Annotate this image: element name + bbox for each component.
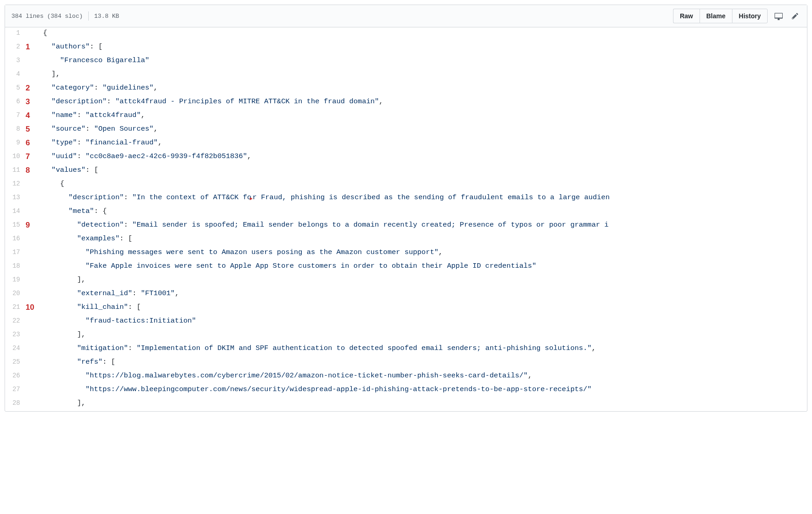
annotation-number: 6 [26, 137, 41, 151]
code-content[interactable]: "uuid": "cc0c8ae9-aec2-42c6-9939-f4f82b0… [41, 151, 807, 164]
line-number[interactable]: 19 [5, 274, 26, 288]
annotation-number [26, 274, 41, 288]
code-line: 26 "https://blog.malwarebytes.com/cyberc… [5, 370, 807, 384]
code-token: "kill_chain" [77, 303, 128, 311]
line-number[interactable]: 16 [5, 233, 26, 247]
code-content[interactable]: "https://www.bleepingcomputer.com/news/s… [41, 384, 807, 397]
code-content[interactable]: "kill_chain": [ [41, 302, 807, 315]
line-number[interactable]: 27 [5, 384, 26, 397]
code-token: : [ [119, 234, 132, 243]
line-number[interactable]: 26 [5, 370, 26, 384]
code-line: 24 "mitigation": "Implementation of DKIM… [5, 343, 807, 356]
code-content[interactable]: "category": "guidelines", [41, 82, 807, 96]
line-number[interactable]: 18 [5, 260, 26, 274]
desktop-icon[interactable] [772, 10, 785, 22]
code-token: "attck4fraud - Principles of MITRE ATT&C… [115, 97, 379, 106]
line-number[interactable]: 12 [5, 178, 26, 192]
code-token: ], [52, 70, 60, 78]
code-token: "Implementation of DKIM and SPF authenti… [137, 344, 592, 352]
line-number[interactable]: 8 [5, 123, 26, 137]
code-content[interactable]: "description": "attck4fraud - Principles… [41, 96, 807, 110]
line-number[interactable]: 20 [5, 288, 26, 302]
code-line: 22 "fraud-tactics:Initiation" [5, 315, 807, 329]
line-number[interactable]: 3 [5, 55, 26, 69]
code-token: : [85, 125, 94, 133]
code-content[interactable]: ], [41, 274, 807, 288]
lines-count: 384 lines (384 sloc) [11, 13, 83, 20]
code-token: , [438, 248, 443, 256]
line-number[interactable]: 5 [5, 82, 26, 96]
code-content[interactable]: "meta": { [41, 206, 807, 219]
code-content[interactable]: "source": "Open Sources", [41, 123, 807, 137]
line-number[interactable]: 17 [5, 247, 26, 260]
annotation-number [26, 370, 41, 384]
code-line: 13 "description": "In the context of ATT… [5, 192, 807, 206]
line-number[interactable]: 11 [5, 164, 26, 178]
pencil-icon[interactable] [790, 11, 801, 21]
annotation-number [26, 27, 41, 41]
line-number[interactable]: 6 [5, 96, 26, 110]
annotation-number: 3 [26, 96, 41, 110]
annotation-number [26, 178, 41, 192]
code-line: 12 { [5, 178, 807, 192]
line-number[interactable]: 9 [5, 137, 26, 151]
code-token: "refs" [77, 358, 102, 366]
code-content[interactable]: "fraud-tactics:Initiation" [41, 315, 807, 329]
code-content[interactable]: ], [41, 69, 807, 82]
code-content[interactable]: "https://blog.malwarebytes.com/cybercrim… [41, 370, 807, 384]
code-content[interactable]: "mitigation": "Implementation of DKIM an… [41, 343, 807, 356]
code-content[interactable]: "refs": [ [41, 356, 807, 370]
code-content[interactable]: "Fake Apple invoices were sent to Apple … [41, 260, 807, 274]
blame-button[interactable]: Blame [700, 9, 732, 23]
annotation-number [26, 247, 41, 260]
code-content[interactable]: "description": "In the context of ATT&CK… [41, 192, 807, 206]
code-token: "fraud-tactics:Initiation" [85, 317, 196, 325]
history-button[interactable]: History [732, 9, 768, 23]
code-content[interactable]: ], [41, 329, 807, 343]
code-token: , [158, 138, 162, 147]
code-line: 3 "Francesco Bigarella" [5, 55, 807, 69]
code-content[interactable]: { [41, 27, 807, 41]
code-token: r Fraud, phishing is described as the se… [252, 193, 609, 201]
code-content[interactable]: "type": "financial-fraud", [41, 137, 807, 151]
code-line: 52 "category": "guidelines", [5, 82, 807, 96]
code-token: "category" [52, 84, 94, 92]
code-token: "Fake Apple invoices were sent to Apple … [85, 262, 536, 270]
code-content[interactable]: "name": "attck4fraud", [41, 110, 807, 123]
line-number[interactable]: 1 [5, 27, 26, 41]
line-number[interactable]: 25 [5, 356, 26, 370]
line-number[interactable]: 22 [5, 315, 26, 329]
line-number[interactable]: 28 [5, 397, 26, 411]
annotation-number [26, 192, 41, 206]
line-number[interactable]: 24 [5, 343, 26, 356]
line-number[interactable]: 23 [5, 329, 26, 343]
code-line: 25 "refs": [ [5, 356, 807, 370]
line-number[interactable]: 4 [5, 69, 26, 82]
annotation-number: 1 [26, 41, 41, 55]
code-line: 96 "type": "financial-fraud", [5, 137, 807, 151]
line-number[interactable]: 15 [5, 219, 26, 233]
code-token: "type" [52, 138, 77, 147]
code-content[interactable]: ], [41, 397, 807, 411]
code-content[interactable]: "examples": [ [41, 233, 807, 247]
line-number[interactable]: 2 [5, 41, 26, 55]
line-number[interactable]: 13 [5, 192, 26, 206]
code-content[interactable]: "authors": [ [41, 41, 807, 55]
line-number[interactable]: 10 [5, 151, 26, 164]
code-content[interactable]: { [41, 178, 807, 192]
code-content[interactable]: "Phishing messages were sent to Amazon u… [41, 247, 807, 260]
code-content[interactable]: "external_id": "FT1001", [41, 288, 807, 302]
code-token: "cc0c8ae9-aec2-42c6-9939-f4f82b051836" [85, 152, 247, 160]
line-number[interactable]: 7 [5, 110, 26, 123]
code-table: 1{21 "authors": [3 "Francesco Bigarella"… [5, 27, 807, 411]
line-number[interactable]: 14 [5, 206, 26, 219]
annotation-number [26, 356, 41, 370]
raw-button[interactable]: Raw [673, 9, 700, 23]
code-content[interactable]: "Francesco Bigarella" [41, 55, 807, 69]
code-content[interactable]: "detection": "Email sender is spoofed; E… [41, 219, 807, 233]
annotation-number: 2 [26, 82, 41, 96]
annotation-number: 9 [26, 219, 41, 233]
line-number[interactable]: 21 [5, 302, 26, 315]
annotation-number [26, 69, 41, 82]
code-content[interactable]: "values": [ [41, 164, 807, 178]
